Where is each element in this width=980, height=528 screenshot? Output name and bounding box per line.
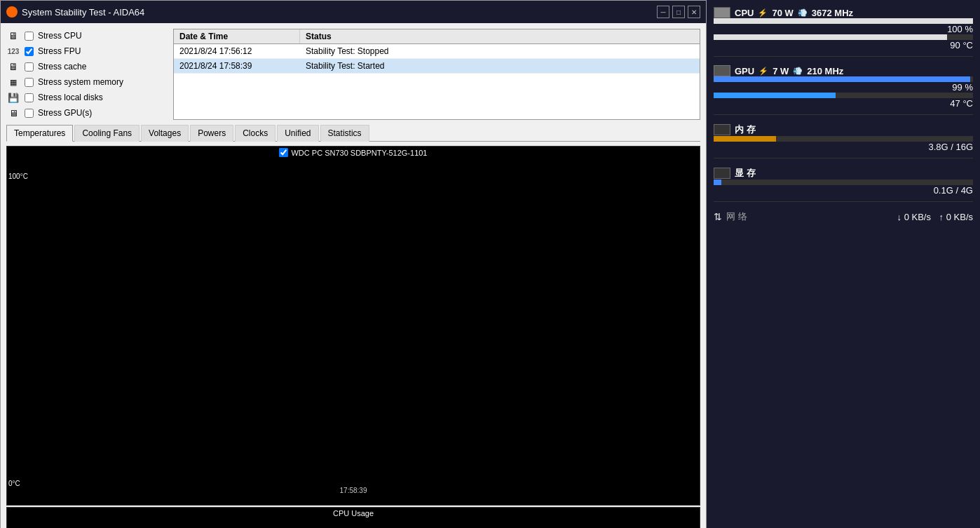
cpu-usage-label: 100 % <box>947 24 973 34</box>
log-cell-datetime-2: 2021/8/24 17:58:39 <box>174 59 300 73</box>
vram-usage-fill <box>714 180 721 185</box>
gpu-monitor-icon <box>714 65 730 76</box>
window-title: System Stability Test - AIDA64 <box>22 7 657 18</box>
stress-disks-checkbox[interactable] <box>25 93 34 102</box>
tab-powers[interactable]: Powers <box>190 125 233 142</box>
top-section: 🖥 Stress CPU 123 Stress FPU 🖥 Stress cac… <box>6 29 700 120</box>
cache-icon: 🖥 <box>6 61 20 72</box>
memory-monitor-label: 内 存 <box>735 123 756 136</box>
log-cell-datetime-1: 2021/8/24 17:56:12 <box>174 44 300 58</box>
memory-usage-fill <box>714 136 776 142</box>
tab-cooling-fans[interactable]: Cooling Fans <box>74 125 139 142</box>
cpu-y-max: 100% <box>8 521 27 529</box>
temp-chart: WDC PC SN730 SDBPNTY-512G-1101 100°C 0°C… <box>6 146 700 494</box>
gpu-temp-label: 47 °C <box>950 98 973 109</box>
tabs-section: Temperatures Cooling Fans Voltages Power… <box>6 124 700 142</box>
gpu-temp-fill <box>714 93 836 98</box>
col-header-status: Status <box>300 29 700 43</box>
stress-fpu-label: Stress FPU <box>38 46 81 56</box>
col-header-datetime: Date & Time <box>174 29 300 43</box>
stress-cache-label: Stress cache <box>38 62 86 72</box>
cpu-monitor-header: CPU ⚡ 70 W 💨 3672 MHz <box>714 7 973 18</box>
upload-icon: ↑ <box>939 212 944 222</box>
gpu-monitor-header: GPU ⚡ 7 W 💨 210 MHz <box>714 65 973 76</box>
title-bar: System Stability Test - AIDA64 ─ □ ✕ <box>1 1 706 23</box>
temp-y-max: 100°C <box>8 172 28 180</box>
app-icon <box>6 6 18 18</box>
gpu-usage-fill <box>714 76 970 82</box>
log-row-2[interactable]: 2021/8/24 17:58:39 Stability Test: Start… <box>174 59 700 74</box>
tab-statistics[interactable]: Statistics <box>320 125 369 142</box>
temp-canvas <box>7 158 700 482</box>
temp-chart-checkbox[interactable] <box>279 148 288 157</box>
gpu-temp-value: 47 °C <box>714 98 973 109</box>
stress-options: 🖥 Stress CPU 123 Stress FPU 🖥 Stress cac… <box>6 29 168 120</box>
vram-usage-value: 0.1G / 4G <box>714 185 973 196</box>
upload-value: 0 KB/s <box>946 212 973 222</box>
vram-usage-bar <box>714 180 973 185</box>
gpu-power-icon: ⚡ <box>758 67 768 76</box>
memory-monitor-header: 内 存 <box>714 123 973 136</box>
maximize-button[interactable]: □ <box>672 6 685 18</box>
cpu-temp-bar <box>714 34 973 40</box>
close-window-button[interactable]: ✕ <box>688 6 700 18</box>
gpu-icon: 🖥 <box>6 107 20 119</box>
download-icon: ↓ <box>897 212 902 222</box>
gpu-freq-icon: 💨 <box>793 67 803 76</box>
cpu-usage-fill <box>714 18 973 24</box>
cpu-temp-label: 90 °C <box>950 40 973 50</box>
stress-fpu-checkbox[interactable] <box>25 47 34 56</box>
download-value: 0 KB/s <box>904 212 931 222</box>
vram-monitor-icon <box>714 168 730 179</box>
cpu-chart: CPU Usage 100% 0% 100% <box>6 495 700 529</box>
stress-gpu-label: Stress GPU(s) <box>38 108 92 118</box>
memory-usage-label: 3.8G / 16G <box>928 142 973 152</box>
minimize-button[interactable]: ─ <box>657 6 669 18</box>
gpu-usage-label: 99 % <box>952 82 973 93</box>
tab-voltages[interactable]: Voltages <box>141 125 189 142</box>
network-icon: ⇅ <box>714 211 722 222</box>
cpu-icon: 🖥 <box>6 30 20 41</box>
gpu-power-value: 7 W <box>773 66 789 76</box>
stress-cpu-checkbox[interactable] <box>25 32 34 41</box>
cpu-temp-value: 90 °C <box>714 40 973 50</box>
stress-disks-label: Stress local disks <box>38 93 103 102</box>
gpu-usage-bar <box>714 76 973 82</box>
network-row: ⇅ 网 络 ↓ 0 KB/s ↑ 0 KB/s <box>714 210 973 223</box>
memory-monitor-icon <box>714 124 730 135</box>
window-content: 🖥 Stress CPU 123 Stress FPU 🖥 Stress cac… <box>1 23 706 528</box>
stress-cache-checkbox[interactable] <box>25 62 34 72</box>
cpu-monitor-section: CPU ⚡ 70 W 💨 3672 MHz 100 % 90 °C <box>714 7 973 57</box>
gpu-temp-bar <box>714 93 973 98</box>
network-label: 网 络 <box>726 210 747 223</box>
cpu-power-value: 70 W <box>772 8 793 18</box>
tab-temperatures[interactable]: Temperatures <box>6 125 73 142</box>
vram-usage-label: 0.1G / 4G <box>934 185 973 196</box>
tab-clocks[interactable]: Clocks <box>235 125 275 142</box>
cpu-usage-value: 100 % <box>714 24 973 34</box>
memory-usage-bar <box>714 136 973 142</box>
fpu-icon: 123 <box>6 46 20 57</box>
tab-bar: Temperatures Cooling Fans Voltages Power… <box>6 124 700 142</box>
cpu-monitor-label: CPU <box>735 8 754 18</box>
temp-chart-title: WDC PC SN730 SDBPNTY-512G-1101 <box>7 147 700 158</box>
cpu-freq-icon: 💨 <box>798 8 808 18</box>
cpu-chart-title: CPU Usage <box>7 496 700 507</box>
log-cell-status-1: Stability Test: Stopped <box>300 44 700 58</box>
temp-time-label: 17:58:39 <box>7 475 700 482</box>
vram-monitor-section: 显 存 0.1G / 4G <box>714 167 973 202</box>
right-panel: CPU ⚡ 70 W 💨 3672 MHz 100 % 90 °C GPU ⚡ … <box>707 0 980 528</box>
stress-cpu-label: Stress CPU <box>38 31 82 41</box>
vram-monitor-label: 显 存 <box>735 167 756 180</box>
stress-gpu-checkbox[interactable] <box>25 109 34 118</box>
log-table-header: Date & Time Status <box>174 29 700 44</box>
cpu-canvas <box>7 507 700 529</box>
stress-gpu-item: 🖥 Stress GPU(s) <box>6 106 168 120</box>
log-row-1[interactable]: 2021/8/24 17:56:12 Stability Test: Stopp… <box>174 44 700 59</box>
log-cell-status-2: Stability Test: Started <box>300 59 700 73</box>
tab-unified[interactable]: Unified <box>277 125 318 142</box>
stress-memory-checkbox[interactable] <box>25 78 34 87</box>
temp-chart-label: WDC PC SN730 SDBPNTY-512G-1101 <box>7 148 700 157</box>
log-table: Date & Time Status 2021/8/24 17:56:12 St… <box>173 29 700 120</box>
gpu-monitor-label: GPU <box>735 66 754 76</box>
